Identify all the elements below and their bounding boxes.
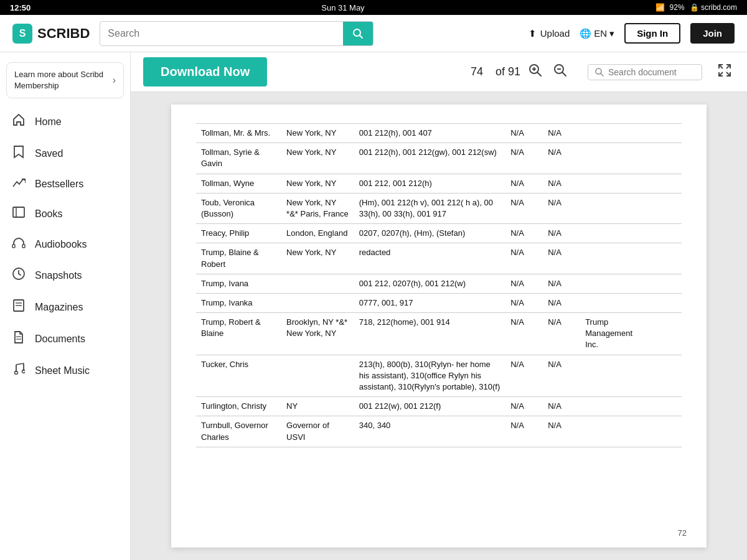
status-date: Sun 31 May (321, 3, 364, 12)
table-cell: redacted (354, 243, 505, 274)
logo-text: SCRIBD (37, 26, 90, 42)
sidebar-item-snapshots[interactable]: Snapshots (0, 259, 130, 291)
table-row: Trump, Blaine & RobertNew York, NYredact… (196, 243, 682, 274)
table-cell (644, 193, 682, 223)
svg-line-25 (601, 73, 603, 76)
svg-line-18 (537, 72, 541, 76)
doc-search-bar[interactable] (588, 64, 702, 80)
table-cell (580, 143, 644, 174)
search-button[interactable] (343, 21, 373, 46)
sidebar-item-documents[interactable]: Documents (0, 323, 130, 355)
total-pages: of 91 (496, 65, 520, 78)
sidebar-item-sheetmusic[interactable]: Sheet Music (0, 355, 130, 386)
table-cell: New York, NY (281, 174, 354, 193)
fullscreen-icon (717, 63, 732, 78)
table-cell: 001 212, 0207(h), 001 212(w) (354, 274, 505, 293)
table-cell: N/A (543, 397, 580, 416)
doc-search-input[interactable] (608, 67, 695, 77)
fullscreen-button[interactable] (715, 60, 735, 84)
download-now-button[interactable]: Download Now (143, 57, 267, 86)
sidebar-item-bestsellers-label: Bestsellers (35, 179, 83, 190)
zoom-in-button[interactable] (525, 60, 545, 84)
table-cell: Brooklyn, NY *&* New York, NY (281, 313, 354, 355)
table-cell: N/A (543, 293, 580, 312)
table-row: Trump, Ivanka0777, 001, 917N/AN/A (196, 293, 682, 312)
document-content: Tollman, Mr. & Mrs.New York, NY001 212(h… (131, 92, 747, 560)
table-cell: N/A (543, 243, 580, 274)
document-page: Tollman, Mr. & Mrs.New York, NY001 212(h… (171, 105, 707, 548)
magazine-icon (11, 299, 26, 315)
table-row: Tollman, Mr. & Mrs.New York, NY001 212(h… (196, 124, 682, 143)
svg-point-15 (15, 371, 18, 375)
chevron-down-icon: ▾ (609, 28, 614, 39)
doc-toolbar: Download Now of 91 (131, 52, 747, 92)
table-cell (644, 143, 682, 174)
headphones-icon (11, 236, 26, 252)
table-cell: Turnbull, Governor Charles (196, 416, 281, 447)
svg-point-16 (22, 370, 26, 373)
sidebar-item-saved[interactable]: Saved (0, 138, 130, 169)
table-cell: 340, 340 (354, 416, 505, 447)
sidebar-item-books[interactable]: Books (0, 198, 130, 229)
globe-icon: 🌐 (580, 28, 591, 39)
table-cell: 001 212(h), 001 407 (354, 124, 505, 143)
status-time: 12:50 (10, 3, 31, 12)
upload-label: Upload (540, 28, 570, 39)
status-bar: 12:50 Sun 31 May 📶 92% 🔒 scribd.com (0, 0, 747, 15)
table-cell: Tucker, Chris (196, 355, 281, 397)
sidebar-item-books-label: Books (35, 208, 62, 220)
table-cell: N/A (505, 174, 543, 193)
table-cell (580, 193, 644, 223)
join-button[interactable]: Join (690, 23, 735, 44)
svg-rect-4 (12, 245, 15, 248)
table-cell (644, 243, 682, 274)
document-table: Tollman, Mr. & Mrs.New York, NY001 212(h… (196, 123, 682, 447)
sidebar-item-documents-label: Documents (35, 334, 85, 345)
document-area: Download Now of 91 (131, 52, 747, 560)
table-cell: N/A (505, 224, 543, 243)
table-cell: N/A (505, 416, 543, 447)
table-cell (644, 397, 682, 416)
table-cell (644, 224, 682, 243)
page-number-display: 72 (678, 528, 687, 538)
table-cell: Trump, Ivanka (196, 293, 281, 312)
zoom-out-icon (553, 63, 568, 78)
table-cell: 0777, 001, 917 (354, 293, 505, 312)
table-cell: (Hm), 001 212(h v), 001 212( h a), 00 33… (354, 193, 505, 223)
table-cell: 213(h), 800(b), 310(Rylyn- her home his … (354, 355, 505, 397)
sidebar-item-home[interactable]: Home (0, 106, 130, 138)
zoom-out-button[interactable] (550, 60, 570, 84)
table-row: Trump, Robert & BlaineBrooklyn, NY *&* N… (196, 313, 682, 355)
clock-icon (11, 267, 26, 284)
sidebar-item-bestsellers[interactable]: Bestsellers (0, 169, 130, 198)
signin-button[interactable]: Sign In (624, 23, 680, 44)
upload-button[interactable]: ⬆ Upload (529, 28, 570, 39)
table-cell: New York, NY *&* Paris, France (281, 193, 354, 223)
table-cell: N/A (505, 293, 543, 312)
table-row: Tucker, Chris213(h), 800(b), 310(Rylyn- … (196, 355, 682, 397)
language-button[interactable]: 🌐 EN ▾ (580, 28, 614, 39)
table-cell: NY (281, 397, 354, 416)
search-bar[interactable] (100, 21, 374, 46)
url-display: 🔒 scribd.com (690, 3, 737, 12)
table-row: Tollman, Syrie & GavinNew York, NY001 21… (196, 143, 682, 174)
chevron-right-icon: › (113, 73, 116, 87)
table-cell: Trump, Ivana (196, 274, 281, 293)
sidebar-item-audiobooks[interactable]: Audiobooks (0, 229, 130, 259)
table-cell: Tollman, Syrie & Gavin (196, 143, 281, 174)
table-cell (644, 355, 682, 397)
logo[interactable]: S SCRIBD (12, 24, 90, 44)
table-row: Turlington, ChristyNY001 212(w), 001 212… (196, 397, 682, 416)
table-cell (580, 243, 644, 274)
search-icon (352, 27, 364, 40)
table-cell: Tollman, Mr. & Mrs. (196, 124, 281, 143)
table-cell (580, 224, 644, 243)
membership-banner[interactable]: Learn more about Scribd Membership › (6, 62, 124, 98)
trending-icon (11, 177, 26, 191)
page-number-input[interactable] (463, 65, 491, 78)
table-cell: N/A (543, 174, 580, 193)
sidebar-item-magazines[interactable]: Magazines (0, 291, 130, 323)
table-cell (644, 124, 682, 143)
search-input[interactable] (100, 28, 343, 39)
table-cell (281, 293, 354, 312)
